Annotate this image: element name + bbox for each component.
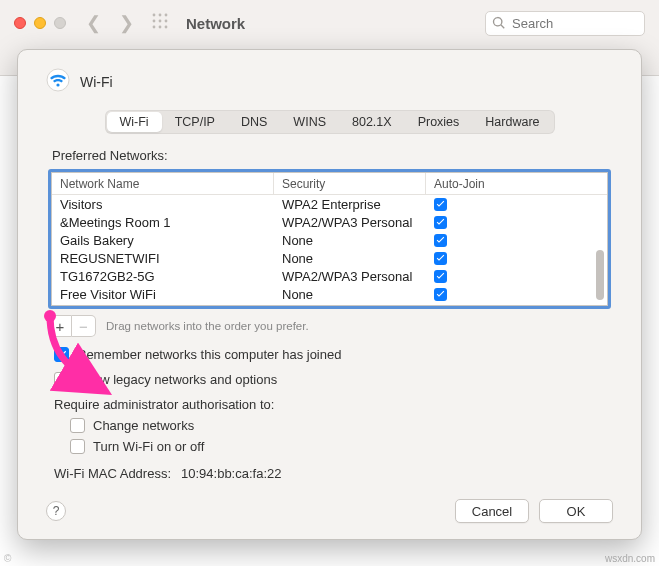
watermark: wsxdn.com — [605, 553, 655, 564]
search-input[interactable] — [485, 11, 645, 36]
show-legacy-label: Show legacy networks and options — [77, 372, 277, 387]
back-button[interactable]: ❮ — [86, 12, 101, 34]
tab-dns[interactable]: DNS — [228, 112, 280, 132]
network-autojoin-cell — [426, 269, 496, 284]
copyright-mark: © — [4, 553, 11, 564]
network-security-cell: None — [274, 251, 426, 266]
network-name-cell: REGUSNETWIFI — [52, 251, 274, 266]
show-legacy-checkbox[interactable] — [54, 372, 69, 387]
table-row[interactable]: TG1672GB2-5G WPA2/WPA3 Personal — [52, 267, 607, 285]
ok-button[interactable]: OK — [539, 499, 613, 523]
search-icon — [492, 16, 506, 30]
autojoin-checkbox[interactable] — [434, 288, 447, 301]
network-name-cell: Free Visitor WiFi — [52, 287, 274, 302]
table-row[interactable]: Visitors WPA2 Enterprise — [52, 195, 607, 213]
network-autojoin-cell — [426, 287, 496, 302]
window-title: Network — [186, 15, 245, 32]
tab-proxies[interactable]: Proxies — [405, 112, 473, 132]
network-name-cell: Gails Bakery — [52, 233, 274, 248]
column-auto-join[interactable]: Auto-Join — [426, 173, 496, 194]
sheet-title: Wi-Fi — [80, 74, 113, 90]
mac-address-label: Wi-Fi MAC Address: — [54, 466, 171, 481]
mac-address-value: 10:94:bb:ca:fa:22 — [181, 466, 281, 481]
zoom-window-button — [54, 17, 66, 29]
nav-buttons: ❮ ❯ — [86, 12, 134, 34]
require-auth-label: Require administrator authorisation to: — [54, 397, 613, 412]
help-button[interactable]: ? — [46, 501, 66, 521]
svg-point-5 — [165, 20, 168, 23]
tab-bar: Wi-Fi TCP/IP DNS WINS 802.1X Proxies Har… — [46, 110, 613, 134]
change-networks-label: Change networks — [93, 418, 194, 433]
remove-network-button[interactable]: − — [72, 315, 96, 337]
wifi-advanced-sheet: Wi-Fi Wi-Fi TCP/IP DNS WINS 802.1X Proxi… — [17, 49, 642, 540]
autojoin-checkbox[interactable] — [434, 216, 447, 229]
table-row[interactable]: Free Visitor WiFi None — [52, 285, 607, 303]
svg-point-10 — [56, 83, 59, 86]
network-security-cell: WPA2 Enterprise — [274, 197, 426, 212]
turn-wifi-checkbox[interactable] — [70, 439, 85, 454]
column-network-name[interactable]: Network Name — [52, 173, 274, 194]
preferred-networks-table[interactable]: Network Name Security Auto-Join Visitors… — [51, 172, 608, 306]
drag-hint-label: Drag networks into the order you prefer. — [106, 320, 309, 332]
network-name-cell: Visitors — [52, 197, 274, 212]
network-autojoin-cell — [426, 251, 496, 266]
tab-tcpip[interactable]: TCP/IP — [162, 112, 228, 132]
turn-wifi-label: Turn Wi-Fi on or off — [93, 439, 204, 454]
table-row[interactable]: Gails Bakery None — [52, 231, 607, 249]
preferred-networks-highlight: Network Name Security Auto-Join Visitors… — [48, 169, 611, 309]
network-name-cell: TG1672GB2-5G — [52, 269, 274, 284]
svg-point-2 — [165, 14, 168, 17]
remember-networks-checkbox[interactable] — [54, 347, 69, 362]
svg-point-1 — [159, 14, 162, 17]
svg-point-4 — [159, 20, 162, 23]
close-window-button[interactable] — [14, 17, 26, 29]
wifi-icon — [46, 68, 70, 96]
network-security-cell: None — [274, 233, 426, 248]
autojoin-checkbox[interactable] — [434, 198, 447, 211]
svg-point-6 — [153, 26, 156, 29]
svg-point-8 — [165, 26, 168, 29]
autojoin-checkbox[interactable] — [434, 252, 447, 265]
minimize-window-button[interactable] — [34, 17, 46, 29]
tab-8021x[interactable]: 802.1X — [339, 112, 405, 132]
add-network-button[interactable]: + — [48, 315, 72, 337]
network-security-cell: WPA2/WPA3 Personal — [274, 269, 426, 284]
window-controls — [14, 17, 66, 29]
column-security[interactable]: Security — [274, 173, 426, 194]
network-autojoin-cell — [426, 233, 496, 248]
network-autojoin-cell — [426, 215, 496, 230]
autojoin-checkbox[interactable] — [434, 270, 447, 283]
change-networks-checkbox[interactable] — [70, 418, 85, 433]
forward-button: ❯ — [119, 12, 134, 34]
tab-wifi[interactable]: Wi-Fi — [107, 112, 162, 132]
tab-wins[interactable]: WINS — [280, 112, 339, 132]
svg-point-0 — [153, 14, 156, 17]
table-row[interactable]: REGUSNETWIFI None — [52, 249, 607, 267]
svg-point-3 — [153, 20, 156, 23]
network-autojoin-cell — [426, 197, 496, 212]
autojoin-checkbox[interactable] — [434, 234, 447, 247]
preferred-networks-label: Preferred Networks: — [52, 148, 613, 163]
tab-hardware[interactable]: Hardware — [472, 112, 552, 132]
table-header: Network Name Security Auto-Join — [52, 173, 607, 195]
network-security-cell: None — [274, 287, 426, 302]
table-row[interactable]: &Meetings Room 1 WPA2/WPA3 Personal — [52, 213, 607, 231]
svg-point-7 — [159, 26, 162, 29]
search-wrap — [485, 11, 645, 36]
network-name-cell: &Meetings Room 1 — [52, 215, 274, 230]
table-scrollbar[interactable] — [594, 198, 604, 301]
network-security-cell: WPA2/WPA3 Personal — [274, 215, 426, 230]
app-grid-icon[interactable] — [152, 13, 186, 33]
cancel-button[interactable]: Cancel — [455, 499, 529, 523]
remember-networks-label: Remember networks this computer has join… — [77, 347, 341, 362]
titlebar: ❮ ❯ Network — [0, 0, 659, 46]
